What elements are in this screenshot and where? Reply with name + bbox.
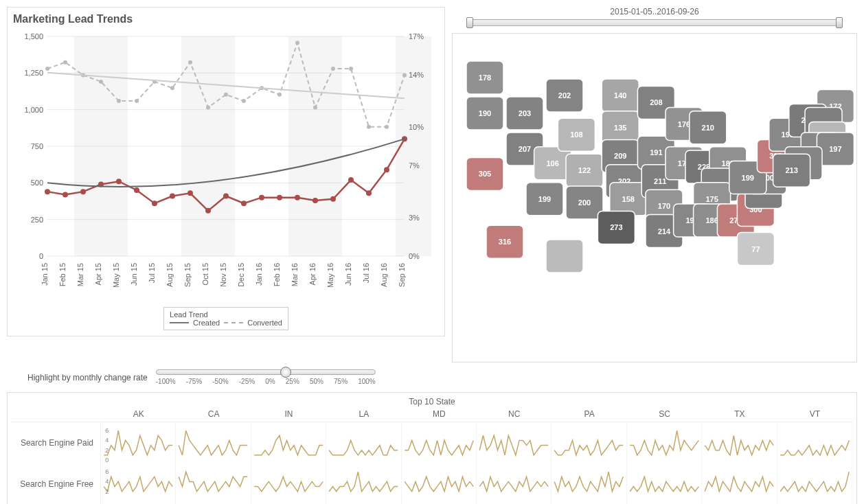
svg-point-84 — [348, 177, 354, 183]
highlight-tick: 0% — [265, 378, 275, 385]
page-title: Marketing Lead Trends — [13, 13, 439, 25]
svg-text:199: 199 — [538, 195, 551, 203]
date-range-label: 2015-01-05..2016-09-26 — [610, 7, 698, 16]
svg-text:186: 186 — [705, 216, 718, 225]
date-slider-track[interactable] — [469, 19, 840, 26]
spark-cell[interactable] — [251, 463, 326, 504]
highlight-tick: -25% — [239, 378, 255, 385]
svg-text:6: 6 — [105, 427, 109, 434]
spark-cell[interactable] — [477, 463, 552, 504]
state-hi[interactable] — [546, 240, 583, 273]
svg-text:213: 213 — [785, 166, 797, 174]
highlight-tick: -100% — [156, 378, 176, 385]
spark-cell[interactable] — [251, 422, 326, 463]
spark-col-vt: VT — [777, 406, 852, 422]
date-slider-handle-right[interactable] — [836, 17, 843, 28]
svg-text:1,250: 1,250 — [24, 69, 43, 77]
svg-point-68 — [62, 192, 68, 197]
svg-text:197: 197 — [829, 145, 841, 153]
svg-text:158: 158 — [622, 195, 635, 203]
spark-cell[interactable] — [702, 422, 777, 463]
svg-text:4: 4 — [105, 437, 109, 444]
spark-cell[interactable] — [552, 463, 626, 504]
svg-text:Mar 15: Mar 15 — [76, 263, 84, 286]
svg-text:2: 2 — [105, 447, 109, 454]
us-map[interactable]: 1781903052072032021061991081222001401352… — [453, 34, 856, 329]
svg-point-78 — [241, 201, 247, 206]
spark-cell[interactable] — [702, 463, 777, 504]
svg-text:200: 200 — [578, 198, 591, 207]
spark-cell[interactable]: 246 — [101, 463, 176, 504]
svg-text:191: 191 — [650, 148, 662, 157]
svg-point-48 — [99, 80, 103, 84]
spark-cell[interactable] — [326, 463, 401, 504]
svg-text:190: 190 — [479, 109, 491, 117]
spark-cell[interactable] — [402, 422, 477, 463]
svg-point-75 — [187, 190, 193, 196]
svg-point-83 — [330, 196, 336, 202]
svg-text:Aug 16: Aug 16 — [380, 263, 388, 287]
lead-trends-chart[interactable]: 02505007501,0001,2501,5000%3%7%10%14%17%… — [13, 30, 439, 304]
spark-cell[interactable] — [176, 422, 251, 463]
highlight-slider[interactable]: -100%-75%-50%-25%0%25%50%75%100% — [156, 369, 376, 385]
svg-point-82 — [312, 198, 318, 203]
spark-row-label: Search Engine Free — [12, 463, 101, 504]
spark-col-in: IN — [251, 406, 326, 422]
sparkline-grid: AKCAINLAMDNCPASCTXVTSearch Engine Paid02… — [12, 406, 852, 504]
spark-cell[interactable] — [402, 463, 477, 504]
svg-text:Jul 16: Jul 16 — [362, 263, 370, 283]
svg-text:3%: 3% — [409, 214, 420, 222]
spark-cell[interactable] — [777, 422, 852, 463]
highlight-handle[interactable] — [280, 367, 291, 378]
spark-cell[interactable]: 0246 — [101, 422, 176, 463]
svg-text:175: 175 — [705, 195, 718, 203]
svg-text:273: 273 — [610, 223, 622, 231]
spark-cell[interactable] — [627, 422, 702, 463]
legend-item-created: Created — [193, 319, 220, 327]
svg-text:208: 208 — [650, 98, 662, 106]
svg-point-45 — [45, 67, 49, 71]
svg-point-63 — [367, 125, 371, 129]
svg-point-59 — [295, 41, 299, 45]
spark-col-md: MD — [402, 406, 477, 422]
svg-text:106: 106 — [546, 159, 558, 168]
svg-text:170: 170 — [658, 202, 670, 210]
svg-point-67 — [45, 189, 50, 194]
svg-text:May 16: May 16 — [326, 263, 334, 288]
svg-text:176: 176 — [678, 120, 690, 128]
highlight-track[interactable] — [156, 369, 376, 375]
us-map-panel: 1781903052072032021061991081222001401352… — [452, 33, 857, 363]
highlight-tick: 50% — [310, 378, 323, 385]
highlight-tick: 100% — [358, 378, 376, 385]
spark-col-nc: NC — [477, 406, 552, 422]
svg-point-52 — [170, 86, 174, 90]
svg-point-73 — [152, 201, 157, 206]
svg-text:6: 6 — [105, 468, 109, 475]
highlight-tick: 75% — [334, 378, 348, 385]
svg-point-53 — [188, 60, 192, 65]
svg-point-85 — [366, 190, 372, 196]
spark-row-label: Search Engine Paid — [12, 422, 101, 463]
legend-swatch-converted — [224, 322, 243, 323]
spark-cell[interactable] — [326, 422, 401, 463]
spark-cell[interactable] — [627, 463, 702, 504]
spark-cell[interactable] — [552, 422, 626, 463]
svg-point-60 — [313, 106, 317, 110]
date-slider-handle-left[interactable] — [466, 17, 473, 28]
lead-trends-panel: Marketing Lead Trends 02505007501,0001,2… — [7, 7, 445, 336]
sparkline-panel: Top 10 State AKCAINLAMDNCPASCTXVTSearch … — [7, 392, 857, 504]
spark-col-la: LA — [326, 406, 401, 422]
svg-text:Aug 15: Aug 15 — [166, 263, 174, 287]
svg-text:316: 316 — [499, 238, 511, 246]
spark-cell[interactable] — [477, 422, 552, 463]
svg-point-81 — [295, 195, 300, 201]
svg-text:178: 178 — [479, 73, 491, 82]
legend-swatch-created — [170, 322, 189, 323]
spark-cell[interactable] — [777, 463, 852, 504]
spark-cell[interactable] — [176, 463, 251, 504]
svg-point-62 — [349, 67, 353, 71]
svg-text:211: 211 — [654, 177, 666, 185]
map-column: 2015-01-05..2016-09-26 17819030520720320… — [452, 7, 857, 363]
svg-text:14%: 14% — [409, 71, 424, 79]
svg-text:250: 250 — [31, 216, 43, 224]
